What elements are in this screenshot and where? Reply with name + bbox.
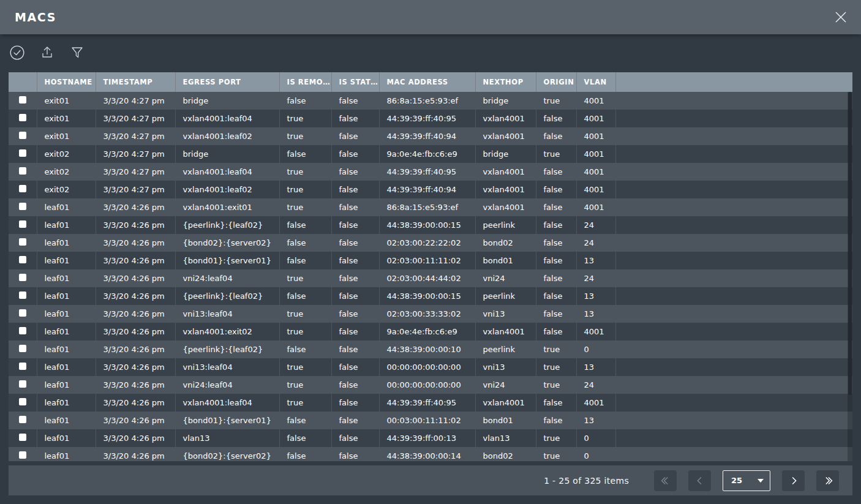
- table-cell: true: [279, 376, 331, 394]
- table-cell: vxlan4001: [475, 323, 536, 340]
- close-button[interactable]: [832, 8, 850, 26]
- table-cell: bridge: [175, 145, 279, 163]
- row-select-cell: [9, 252, 37, 269]
- table-cell: false: [279, 447, 331, 461]
- table-cell: {peerlink}:{leaf02}: [175, 340, 279, 358]
- table-cell: true: [279, 181, 331, 198]
- table-row: leaf013/3/20 4:26 pm{bond01}:{server01}f…: [9, 412, 852, 429]
- table-cell: true: [536, 340, 576, 358]
- chevron-right-icon: [787, 474, 800, 487]
- table-cell: false: [331, 198, 379, 216]
- previous-page-button[interactable]: [688, 470, 711, 491]
- row-checkbox[interactable]: [19, 167, 26, 175]
- table-cell: false: [536, 110, 576, 127]
- table-cell: 4001: [576, 394, 615, 412]
- table-cell: 3/3/20 4:26 pm: [96, 358, 175, 376]
- table-cell: 4001: [576, 198, 615, 216]
- row-select-cell: [9, 234, 37, 252]
- filter-icon: [70, 45, 85, 60]
- row-checkbox[interactable]: [19, 380, 26, 388]
- filler-cell: [615, 269, 852, 287]
- table-cell: 0: [576, 340, 615, 358]
- table-cell: vxlan4001: [475, 394, 536, 412]
- table-cell: leaf01: [37, 340, 96, 358]
- row-checkbox[interactable]: [19, 274, 26, 281]
- row-checkbox[interactable]: [19, 238, 26, 246]
- table-cell: false: [279, 252, 331, 269]
- column-header[interactable]: MAC ADDRESS: [379, 72, 475, 92]
- table-cell: false: [331, 340, 379, 358]
- first-page-button[interactable]: [654, 470, 677, 491]
- table-cell: false: [536, 394, 576, 412]
- row-checkbox[interactable]: [19, 132, 26, 139]
- table-cell: false: [331, 145, 379, 163]
- table-cell: false: [331, 394, 379, 412]
- last-page-button[interactable]: [816, 470, 839, 491]
- row-checkbox[interactable]: [19, 220, 26, 228]
- table-cell: 44:39:39:ff:40:95: [379, 394, 475, 412]
- next-page-button[interactable]: [782, 470, 805, 491]
- row-checkbox[interactable]: [19, 345, 26, 352]
- row-checkbox[interactable]: [19, 149, 26, 157]
- table-row: leaf013/3/20 4:26 pm{bond02}:{server02}f…: [9, 447, 852, 461]
- table-row: leaf013/3/20 4:26 pmvni13:leaf04truefals…: [9, 305, 852, 323]
- table-body-viewport: exit013/3/20 4:27 pmbridgefalsefalse86:8…: [9, 92, 852, 461]
- table-cell: vxlan4001: [475, 198, 536, 216]
- row-checkbox[interactable]: [19, 309, 26, 317]
- table-cell: leaf01: [37, 287, 96, 305]
- select-column-header: [9, 72, 37, 92]
- table-cell: bond02: [475, 447, 536, 461]
- row-checkbox[interactable]: [19, 434, 26, 441]
- row-checkbox[interactable]: [19, 291, 26, 299]
- row-select-cell: [9, 429, 37, 447]
- table-cell: true: [536, 447, 576, 461]
- table-cell: false: [279, 92, 331, 110]
- row-select-cell: [9, 376, 37, 394]
- select-all-button[interactable]: [9, 45, 25, 61]
- column-header[interactable]: TIMESTAMP: [96, 72, 175, 92]
- column-header[interactable]: HOSTNAME: [37, 72, 96, 92]
- table-cell: {peerlink}:{leaf02}: [175, 287, 279, 305]
- table-cell: false: [331, 163, 379, 181]
- row-checkbox[interactable]: [19, 203, 26, 210]
- row-select-cell: [9, 216, 37, 234]
- table-cell: 00:00:00:00:00:00: [379, 358, 475, 376]
- row-checkbox[interactable]: [19, 185, 26, 192]
- row-checkbox[interactable]: [19, 114, 26, 121]
- table-cell: true: [279, 394, 331, 412]
- scrollbar-thumb[interactable]: [848, 92, 852, 395]
- row-checkbox[interactable]: [19, 256, 26, 263]
- chevron-left-icon: [693, 474, 707, 487]
- table-cell: leaf01: [37, 305, 96, 323]
- export-button[interactable]: [39, 45, 55, 61]
- column-header[interactable]: ORIGIN: [536, 72, 576, 92]
- table-row: leaf013/3/20 4:26 pm{peerlink}:{leaf02}f…: [9, 216, 852, 234]
- table-cell: 02:03:00:44:44:02: [379, 269, 475, 287]
- vertical-scrollbar[interactable]: [848, 92, 852, 461]
- table-cell: 44:38:39:00:00:15: [379, 287, 475, 305]
- page-size-select[interactable]: 25: [723, 470, 770, 491]
- column-header[interactable]: IS STATIC: [331, 72, 379, 92]
- row-checkbox[interactable]: [19, 96, 26, 103]
- column-header[interactable]: VLAN: [576, 72, 615, 92]
- row-checkbox[interactable]: [19, 327, 26, 334]
- filler-cell: [615, 358, 852, 376]
- table-cell: 4001: [576, 127, 615, 145]
- row-checkbox[interactable]: [19, 451, 26, 459]
- table-cell: 4001: [576, 323, 615, 340]
- table-cell: 3/3/20 4:26 pm: [96, 412, 175, 429]
- table-cell: false: [279, 429, 331, 447]
- row-checkbox[interactable]: [19, 398, 26, 405]
- row-checkbox[interactable]: [19, 416, 26, 423]
- table-cell: false: [331, 181, 379, 198]
- column-header[interactable]: IS REMOTE: [279, 72, 331, 92]
- table-cell: true: [536, 358, 576, 376]
- column-header[interactable]: EGRESS PORT: [175, 72, 279, 92]
- table-cell: vni24:leaf04: [175, 376, 279, 394]
- table-row: leaf013/3/20 4:26 pmvlan13falsefalse44:3…: [9, 429, 852, 447]
- filter-button[interactable]: [69, 45, 85, 61]
- column-header[interactable]: NEXTHOP: [475, 72, 536, 92]
- row-checkbox[interactable]: [19, 363, 26, 370]
- table-cell: vxlan4001: [475, 181, 536, 198]
- table-cell: 24: [576, 234, 615, 252]
